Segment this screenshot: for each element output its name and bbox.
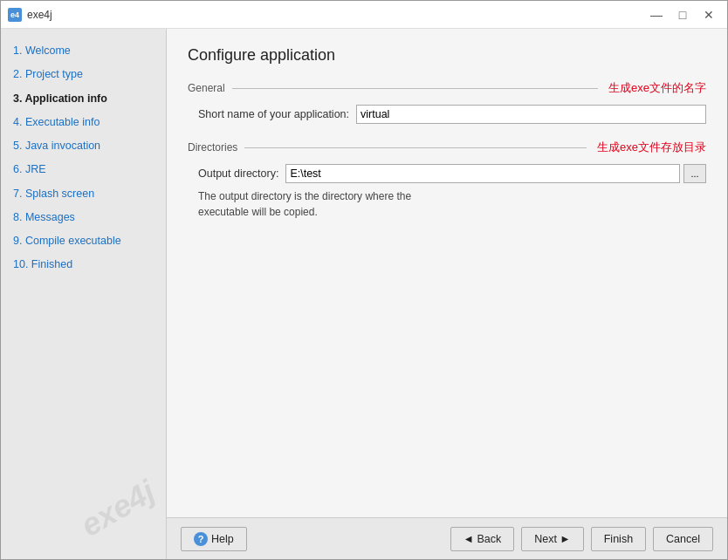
short-name-row: Short name of your application: (188, 105, 706, 124)
app-icon: e4 (8, 8, 22, 22)
general-section: General 生成exe文件的名字 Short name of your ap… (188, 80, 706, 124)
close-button[interactable]: ✕ (697, 5, 720, 24)
sidebar-item-java-invocation[interactable]: 5. Java invocation (8, 134, 159, 158)
directories-section: Directories 生成exe文件存放目录 Output directory… (188, 140, 706, 220)
short-name-input[interactable] (356, 105, 706, 124)
sidebar-item-project-type[interactable]: 2. Project type (8, 63, 159, 86)
body-content: 1. Welcome 2. Project type 3. Applicatio… (1, 29, 727, 559)
next-button[interactable]: Next ► (521, 527, 584, 551)
general-annotation: 生成exe文件的名字 (608, 80, 706, 96)
directories-label: Directories (188, 141, 237, 154)
finish-button[interactable]: Finish (591, 527, 646, 551)
directories-section-header: Directories 生成exe文件存放目录 (188, 140, 706, 155)
help-icon: ? (194, 532, 208, 546)
general-divider (232, 88, 598, 89)
output-dir-input[interactable] (285, 164, 680, 183)
sidebar-watermark: exe4j (76, 475, 160, 542)
window-controls: — □ ✕ (645, 5, 720, 24)
title-bar: e4 exe4j — □ ✕ (1, 1, 727, 29)
directories-divider (244, 147, 587, 148)
sidebar-item-finished[interactable]: 10. Finished (8, 253, 159, 277)
directories-annotation: 生成exe文件存放目录 (597, 140, 706, 155)
page-title: Configure application (188, 46, 706, 65)
output-dir-help: The output directory is the directory wh… (188, 188, 624, 220)
sidebar-item-jre[interactable]: 6. JRE (8, 158, 159, 181)
sidebar-item-application-info[interactable]: 3. Application info (8, 87, 159, 111)
sidebar-item-executable-info[interactable]: 4. Executable info (8, 111, 159, 134)
window-title: exe4j (27, 9, 645, 21)
output-dir-label: Output directory: (198, 167, 278, 180)
main-window: e4 exe4j — □ ✕ 1. Welcome 2. Project typ… (0, 0, 728, 560)
sidebar: 1. Welcome 2. Project type 3. Applicatio… (1, 29, 167, 559)
sidebar-item-welcome[interactable]: 1. Welcome (8, 39, 159, 63)
minimize-button[interactable]: — (645, 5, 668, 24)
main-panel: Configure application General 生成exe文件的名字… (167, 29, 727, 559)
back-button[interactable]: ◄ Back (450, 527, 515, 551)
footer-left: ? Help (181, 527, 443, 551)
browse-button[interactable]: ... (683, 164, 706, 183)
sidebar-item-messages[interactable]: 8. Messages (8, 206, 159, 229)
sidebar-item-compile-executable[interactable]: 9. Compile executable (8, 229, 159, 253)
general-section-header: General 生成exe文件的名字 (188, 80, 706, 96)
cancel-button[interactable]: Cancel (653, 527, 713, 551)
help-button[interactable]: ? Help (181, 527, 247, 551)
main-content-area: Configure application General 生成exe文件的名字… (167, 29, 727, 517)
footer-right: ◄ Back Next ► Finish Cancel (450, 527, 713, 551)
general-label: General (188, 82, 225, 94)
footer: ? Help ◄ Back Next ► Finish Cancel (167, 517, 727, 559)
output-dir-row: Output directory: ... (188, 164, 706, 183)
sidebar-item-splash-screen[interactable]: 7. Splash screen (8, 182, 159, 206)
maximize-button[interactable]: □ (671, 5, 694, 24)
short-name-label: Short name of your application: (198, 108, 349, 120)
